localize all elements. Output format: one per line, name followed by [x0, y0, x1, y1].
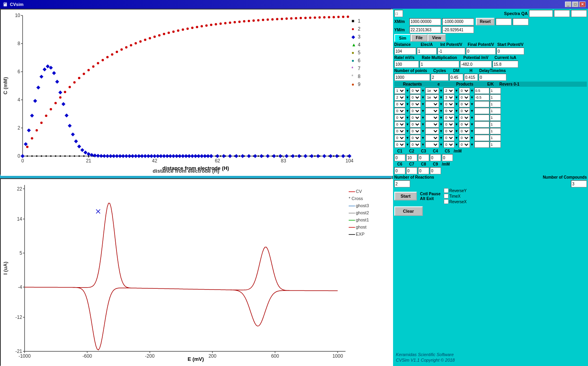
spectra-icon-input[interactable]: [394, 10, 403, 17]
tab-sim[interactable]: Sim: [394, 34, 411, 42]
reaction-6-p1[interactable]: 0 0123: [443, 128, 454, 134]
close-button[interactable]: ✕: [579, 2, 586, 7]
reaction-3-p2[interactable]: 0 012: [459, 108, 470, 114]
dm-input[interactable]: [449, 74, 463, 81]
c7-input[interactable]: [406, 167, 417, 174]
reaction-4-rev[interactable]: [490, 114, 501, 121]
reaction-3-r1[interactable]: 0 0123: [394, 108, 405, 114]
reaction-3-p1[interactable]: 0 0123: [443, 108, 454, 114]
reaction-3-ek[interactable]: [474, 108, 489, 114]
current-input[interactable]: [493, 61, 518, 68]
int-potent-input[interactable]: [437, 48, 465, 55]
reaction-8-r2[interactable]: 0 012: [410, 141, 421, 148]
reaction-1-rev[interactable]: [490, 94, 501, 101]
reaction-7-p1[interactable]: 0 0123: [443, 135, 454, 141]
reaction-0-p2[interactable]: 0 012: [459, 88, 470, 94]
ym-val1-input[interactable]: [409, 26, 441, 33]
cycles-input[interactable]: [431, 74, 449, 81]
xm-extra1[interactable]: [496, 18, 512, 25]
reaction-2-p1[interactable]: 0 0123: [443, 101, 454, 107]
maximize-button[interactable]: □: [572, 2, 578, 7]
reaction-5-p1[interactable]: 0 0123: [443, 121, 454, 128]
distance-input[interactable]: [394, 48, 416, 55]
reaction-8-ek[interactable]: [474, 141, 489, 148]
reaction-4-ek[interactable]: [474, 114, 489, 121]
c2-input[interactable]: [406, 154, 417, 161]
reaction-7-e[interactable]: 1e2e: [425, 135, 439, 141]
tab-file[interactable]: File: [411, 34, 427, 42]
reaction-3-r2[interactable]: 0 012: [410, 108, 421, 114]
reaction-4-p1[interactable]: 0 0123: [443, 114, 454, 121]
reaction-6-e[interactable]: 1e2e: [425, 128, 439, 134]
reaction-8-p2[interactable]: 0 012: [459, 141, 470, 148]
reaction-6-rev[interactable]: [490, 128, 501, 134]
reaction-0-e[interactable]: 1e2e: [425, 88, 439, 94]
potential-input[interactable]: [460, 61, 492, 68]
c8-input[interactable]: [418, 167, 429, 174]
reaction-0-r1[interactable]: 1 0123: [394, 88, 405, 94]
c6-input[interactable]: [394, 167, 405, 174]
reaction-5-r1[interactable]: 0 0123: [394, 121, 405, 128]
final-potent-input[interactable]: [466, 48, 496, 55]
reaction-5-e[interactable]: 1e2e: [425, 121, 439, 128]
clear-button[interactable]: Clear: [394, 206, 423, 216]
reaction-7-r2[interactable]: 0 012: [410, 135, 421, 141]
start-button[interactable]: Start: [394, 192, 417, 200]
reverse-x-label[interactable]: ReverseX: [444, 199, 467, 204]
reaction-1-e[interactable]: 1e2e: [425, 94, 439, 101]
h-input[interactable]: [464, 74, 478, 81]
reaction-1-r1[interactable]: 2 0123: [394, 94, 405, 101]
reaction-0-ek[interactable]: [474, 88, 489, 94]
ym-val2-input[interactable]: [442, 26, 474, 33]
spectra-input3[interactable]: [571, 10, 587, 17]
minimize-button[interactable]: _: [565, 2, 571, 7]
delay-input[interactable]: [479, 74, 506, 81]
reaction-4-p2[interactable]: 0 012: [459, 114, 470, 121]
elec-input[interactable]: [417, 48, 437, 55]
reaction-1-r2[interactable]: 0 012: [410, 94, 421, 101]
reaction-0-r2[interactable]: 0 012: [410, 88, 421, 94]
xm-extra2[interactable]: [513, 18, 529, 25]
reaction-1-ek[interactable]: [474, 94, 489, 101]
reaction-6-p2[interactable]: 0 012: [459, 128, 470, 134]
reaction-0-p1[interactable]: 2 0123: [443, 88, 454, 94]
reaction-3-e[interactable]: 1e2e: [425, 108, 439, 114]
num-compounds-input[interactable]: [571, 180, 587, 187]
time-x-label[interactable]: TimeX: [444, 194, 467, 198]
c1-input[interactable]: [394, 154, 405, 161]
reaction-4-e[interactable]: 1e2e: [425, 114, 439, 121]
spectra-input[interactable]: [529, 10, 553, 17]
reaction-5-r2[interactable]: 0 012: [410, 121, 421, 128]
reaction-4-r1[interactable]: 0 0123: [394, 114, 405, 121]
reaction-3-rev[interactable]: [490, 108, 501, 114]
c5-input[interactable]: [442, 154, 453, 161]
xm-val2-input[interactable]: [442, 18, 474, 25]
xm-val1-input[interactable]: [409, 18, 441, 25]
num-points-input[interactable]: [394, 74, 430, 81]
reverse-x-checkbox[interactable]: [444, 199, 449, 204]
c3-input[interactable]: [418, 154, 429, 161]
time-x-checkbox[interactable]: [444, 194, 449, 198]
start-potent-input[interactable]: [496, 48, 524, 55]
reaction-4-r2[interactable]: 0 012: [410, 114, 421, 121]
reaction-5-rev[interactable]: [490, 121, 501, 128]
reaction-7-ek[interactable]: [474, 135, 489, 141]
reaction-8-rev[interactable]: [490, 141, 501, 148]
reaction-8-r1[interactable]: 0 0123: [394, 141, 405, 148]
reaction-2-r2[interactable]: 0 012: [410, 101, 421, 107]
c9-input[interactable]: [430, 167, 441, 174]
reaction-2-ek[interactable]: [474, 101, 489, 107]
reset-button[interactable]: Reset: [476, 18, 494, 25]
rate-input[interactable]: [394, 61, 419, 68]
reverse-y-label[interactable]: ReverseY: [444, 188, 467, 193]
reaction-0-rev[interactable]: [490, 88, 501, 94]
c4-input[interactable]: [430, 154, 441, 161]
reaction-2-rev[interactable]: [490, 101, 501, 107]
reverse-y-checkbox[interactable]: [444, 188, 449, 193]
reaction-2-e[interactable]: 1e2e: [425, 101, 439, 107]
reaction-2-p2[interactable]: 0 012: [459, 101, 470, 107]
reaction-1-p1[interactable]: 3 0123: [443, 94, 454, 101]
reaction-1-p2[interactable]: 0 012: [459, 94, 470, 101]
reaction-2-r1[interactable]: 0 0123: [394, 101, 405, 107]
reaction-8-p1[interactable]: 0 0123: [443, 141, 454, 148]
